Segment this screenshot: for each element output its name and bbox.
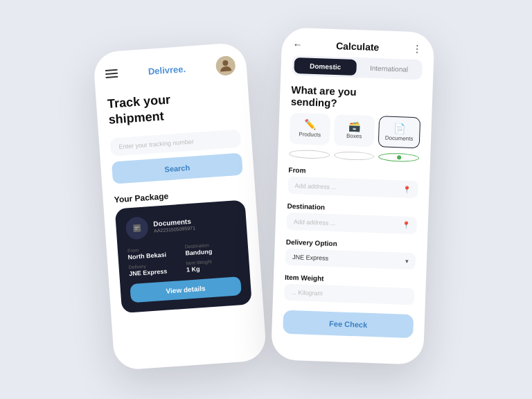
tracking-input-container: Enter your tracking number — [110, 129, 241, 156]
search-button[interactable]: Search — [112, 152, 243, 184]
package-type-icon — [125, 216, 149, 240]
avatar[interactable] — [215, 55, 236, 76]
back-button[interactable]: ← — [292, 39, 303, 50]
documents-icon: 📄 — [382, 122, 417, 134]
from-placeholder: Add address ... — [294, 182, 402, 193]
scene: Delivree. Track yourshipment Enter your … — [103, 33, 429, 366]
delivery-section: Delivery Option JNE Express ▾ — [274, 235, 427, 276]
boxes-icon: 🗃️ — [337, 120, 372, 132]
calculate-title: Calculate — [336, 40, 380, 53]
type-selector: ✏️ Products 🗃️ Boxes 📄 Documents — [278, 112, 432, 152]
products-label: Products — [292, 131, 327, 139]
destination-input[interactable]: Add address ... 📍 — [286, 213, 417, 235]
documents-label: Documents — [382, 134, 416, 142]
package-details: From North Bekasi Destination Bandung De… — [127, 240, 240, 277]
destination-label: Destination — [287, 202, 417, 215]
from-location-icon: 📍 — [402, 186, 411, 193]
delivery-dropdown[interactable]: JNE Express ▾ — [285, 249, 416, 270]
svg-point-0 — [222, 60, 229, 66]
destination-section: Destination Add address ... 📍 — [275, 199, 429, 240]
from-input[interactable]: Add address ... 📍 — [287, 177, 418, 199]
package-card: Documents AA2231505095971 From North Bek… — [115, 200, 252, 313]
chevron-down-icon: ▾ — [405, 258, 409, 265]
menu-icon[interactable] — [105, 69, 118, 78]
type-documents[interactable]: 📄 Documents — [378, 116, 421, 148]
package-delivery: Delivery JNE Express — [128, 261, 182, 277]
tracking-placeholder: Enter your tracking number — [118, 135, 232, 150]
fee-check-button[interactable]: Fee Check — [283, 310, 414, 339]
app-title: Delivree. — [148, 63, 186, 76]
boxes-label: Boxes — [337, 132, 371, 140]
package-weight: Item Weight 1 Kg — [186, 257, 240, 273]
package-from: From North Bekasi — [127, 245, 181, 260]
svg-rect-1 — [133, 224, 141, 231]
type-products[interactable]: ✏️ Products — [290, 113, 331, 145]
radio-boxes[interactable] — [334, 151, 375, 161]
delivery-label: Delivery Option — [286, 238, 416, 251]
package-header: Documents AA2231505095971 — [125, 210, 238, 240]
package-destination: Destination Bandung — [185, 240, 239, 256]
destination-location-icon: 📍 — [402, 221, 410, 229]
delivery-value: JNE Express — [292, 254, 405, 265]
weight-input[interactable]: ... Kilogram — [284, 284, 415, 305]
tab-domestic[interactable]: Domestic — [294, 57, 357, 76]
from-label: From — [288, 166, 418, 179]
more-options-icon[interactable]: ⋮ — [412, 43, 423, 55]
view-details-button[interactable]: View details — [130, 276, 241, 303]
weight-label: Item Weight — [285, 274, 415, 286]
radio-documents[interactable] — [378, 152, 419, 162]
tab-row: Domestic International — [292, 55, 423, 80]
svg-rect-3 — [134, 229, 137, 230]
right-phone: ← Calculate ⋮ Domestic International Wha… — [271, 27, 435, 364]
left-phone: Delivree. Track yourshipment Enter your … — [93, 42, 267, 371]
from-section: From Add address ... 📍 — [276, 163, 430, 204]
radio-products[interactable] — [289, 150, 330, 159]
package-info: Documents AA2231505095971 — [153, 218, 195, 233]
weight-placeholder: ... Kilogram — [291, 289, 407, 300]
products-icon: ✏️ — [292, 118, 328, 131]
tab-international[interactable]: International — [357, 60, 420, 78]
destination-placeholder: Add address ... — [294, 218, 402, 229]
type-boxes[interactable]: 🗃️ Boxes — [334, 114, 375, 147]
weight-section: Item Weight ... Kilogram — [273, 270, 427, 311]
